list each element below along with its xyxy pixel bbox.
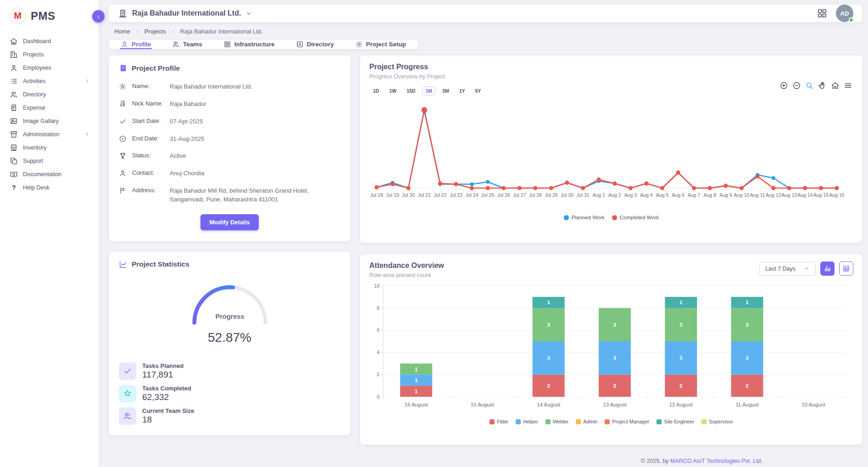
svg-text:Jul 26: Jul 26 [497,192,510,198]
attendance-chart[interactable]: 024681011116 August15 August233114 Augus… [369,282,853,418]
field-label: Contact: [132,169,170,176]
legend-project-manager[interactable]: Project Manager [605,419,649,424]
sidebar-item-label: Support [23,158,43,164]
zoom-in-icon[interactable] [779,81,788,90]
range-15d[interactable]: 15D [403,86,419,95]
chevron-down-icon [804,266,810,272]
project-progress-card: Project Progress Progress Overview by Pr… [360,56,862,243]
svg-text:2: 2 [377,372,379,377]
attendance-card-title: Attendance Overview [369,261,444,270]
sidebar-item-help-desk[interactable]: ?Help Desk [0,181,99,194]
sidebar-item-administration[interactable]: Administration [0,128,99,141]
sidebar-item-label: Activities [23,78,45,84]
chevron-right-icon [83,78,91,84]
company-selector[interactable]: Raja Bahadur International Ltd. [118,9,252,18]
range-5y[interactable]: 5Y [471,86,484,95]
legend-label: Helper [523,419,538,424]
svg-text:Aug 2: Aug 2 [608,192,621,198]
sidebar-item-documentation[interactable]: Documentation [0,167,99,181]
table-view-toggle[interactable] [839,261,853,276]
stat-row-tasks-planned: Tasks Planned117,891 [119,362,340,380]
legend-admin[interactable]: Admin [576,419,597,424]
stat-label: Tasks Completed [142,385,191,392]
svg-text:1: 1 [679,300,683,305]
sidebar-item-directory[interactable]: Directory [0,88,99,101]
sidebar-item-support[interactable]: Support [0,154,99,167]
legend-supervisor[interactable]: Supervisor [701,419,733,424]
range-1d[interactable]: 1D [369,86,383,95]
range-1m[interactable]: 1M [422,86,436,95]
tab-directory[interactable]: Directory [295,40,335,49]
breadcrumb: HomeProjectsRaja Bahadur International L… [114,28,862,35]
tab-label: Profile [132,41,151,48]
sidebar-item-image-gallary[interactable]: Image Gallary [0,114,99,128]
legend-planned-work[interactable]: Planned Work [564,215,605,220]
tab-label: Infrastructure [234,41,275,48]
tab-label: Project Setup [366,41,406,48]
legend-marker [605,419,610,424]
progress-gauge: Progress 52.87% [119,276,340,345]
stat-row-current-team-size: Current Team Size18 [119,407,340,425]
zoom-out-icon[interactable] [792,81,801,90]
svg-text:13 August: 13 August [603,402,627,407]
legend-fitter[interactable]: Fitter [490,419,508,424]
tab-project-setup[interactable]: Project Setup [354,40,407,49]
sidebar-item-label: Projects [23,51,44,58]
check-icon [119,362,136,380]
stat-label: Current Team Size [142,407,194,414]
project-profile-card: Project Profile Name:Raja Bahadur Intern… [109,56,351,241]
logo-text: PMS [31,10,56,22]
modify-details-button[interactable]: Modify Details [200,214,258,230]
bar-chart-svg: 024681011116 August15 August233114 Augus… [369,282,849,416]
svg-text:Aug 14: Aug 14 [797,192,812,198]
breadcrumb-projects[interactable]: Projects [145,28,166,35]
tab-profile[interactable]: Profile [120,40,152,49]
legend-helper[interactable]: Helper [516,419,538,424]
range-1w[interactable]: 1W [385,86,400,95]
selection-zoom-icon[interactable] [805,81,814,90]
user-menu[interactable]: AD [836,5,853,22]
sidebar-item-expense[interactable]: Expense [0,101,99,114]
legend-label: Planned Work [572,215,605,220]
svg-text:Aug 12: Aug 12 [766,192,781,198]
field-value: 07-Apr-2025 [170,117,203,126]
menu-icon[interactable] [844,81,852,90]
sidebar-item-employees[interactable]: Employees [0,61,99,74]
svg-text:6: 6 [377,327,379,333]
legend-welder[interactable]: Welder [545,419,569,424]
fingerprint-icon [119,100,127,108]
legend-site-engineer[interactable]: Site Engineer [657,419,694,424]
breadcrumb-raja-bahadur-international-ltd: Raja Bahadur International Ltd. [180,28,263,35]
reset-zoom-icon[interactable] [831,81,840,90]
svg-text:16 August: 16 August [405,402,428,407]
field-label: Status: [132,152,170,159]
app-root: M PMS DashboardProjectsEmployeesActiviti… [0,0,868,467]
bar-view-toggle[interactable] [820,261,835,276]
sidebar-collapse-button[interactable]: ‹ [92,10,105,22]
range-1y[interactable]: 1Y [456,86,469,95]
footer-company-link[interactable]: MARCO AIoT Technologies Pvt. Ltd. [670,458,762,464]
project-progress-chart[interactable]: Jul 18Jul 19Jul 20Jul 21Jul 22Jul 23Jul … [369,96,853,212]
stat-value: 117,891 [142,370,184,380]
sidebar-item-projects[interactable]: Projects [0,48,99,61]
sidebar-item-dashboard[interactable]: Dashboard [0,34,99,48]
tab-infrastructure[interactable]: Infrastructure [223,40,276,49]
pan-icon[interactable] [818,81,827,90]
breadcrumb-home[interactable]: Home [114,28,130,35]
gear-icon [119,83,127,90]
field-value: Raja Bahadur Mill Rd, behind Sheraton Gr… [170,187,321,204]
apps-grid-icon[interactable] [817,8,828,19]
date-range-select[interactable]: Last 7 Days [759,262,816,276]
sidebar-item-inventory[interactable]: Inventory [0,141,99,154]
range-3m[interactable]: 3M [439,86,453,95]
profile-tab-icon [121,40,128,48]
tab-teams[interactable]: Teams [171,40,203,49]
archive-icon [10,130,18,139]
legend-completed-work[interactable]: Completed Work [612,215,659,220]
content-grid: Project Profile Name:Raja Bahadur Intern… [109,56,862,467]
sidebar-item-activities[interactable]: Activities [0,74,99,88]
svg-text:3: 3 [746,322,748,328]
svg-text:10: 10 [374,283,379,289]
chevron-down-icon [245,10,252,17]
svg-text:11 August: 11 August [735,402,759,407]
